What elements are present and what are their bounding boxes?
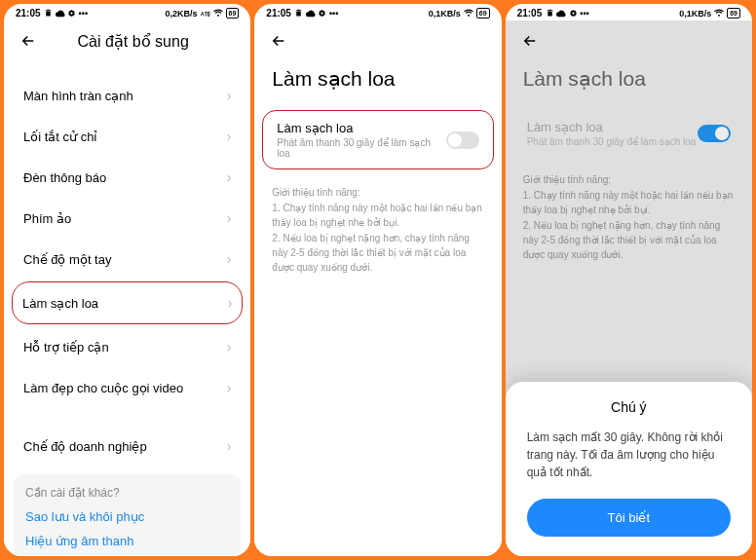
item-label: Chế độ doanh nghiệp [23, 439, 147, 454]
cloud-icon [306, 9, 316, 19]
net-speed: 0,1KB/s [679, 9, 711, 19]
chevron-right-icon: › [227, 380, 232, 395]
info-line-2: 2. Nếu loa bị nghẹt nặng hơn, chạy tính … [272, 231, 483, 275]
wifi-icon [464, 9, 473, 19]
settings-list: Màn hình tràn cạnh› Lối tắt cử chỉ› Đèn … [4, 75, 250, 467]
phone-screen-3: 21:05 ••• 0,1KB/s 69 Làm sạch loa Làm sạ… [506, 4, 752, 556]
toggle-title: Làm sạch loa [527, 120, 698, 134]
header: Cài đặt bổ sung [4, 20, 250, 57]
item-label: Làm đẹp cho cuộc gọi video [23, 381, 183, 395]
trash-icon [294, 9, 304, 19]
status-bar: 21:05 ••• 0,2KB/s 69 [4, 4, 250, 20]
info-head: Giới thiệu tính năng: [523, 172, 735, 187]
net-speed: 0,1KB/s [429, 9, 461, 19]
chevron-right-icon: › [227, 169, 232, 185]
toggle-switch[interactable] [446, 131, 479, 149]
modal-body: Làm sạch mất 30 giây. Không rời khỏi tra… [527, 429, 731, 481]
info-line-2: 2. Nếu loa bị nghẹt nặng hơn, chạy tính … [523, 218, 735, 262]
link-sound-fx[interactable]: Hiệu ứng âm thanh [25, 534, 229, 548]
link-backup[interactable]: Sao lưu và khôi phục [25, 509, 229, 524]
svg-point-1 [70, 12, 72, 14]
back-button[interactable] [519, 30, 541, 52]
item-gesture[interactable]: Lối tắt cử chỉ› [14, 116, 241, 157]
more-icon: ••• [580, 9, 588, 19]
item-label: Chế độ một tay [23, 252, 111, 267]
page-title: Làm sạch loa [506, 57, 752, 106]
status-time: 21:05 [517, 8, 543, 19]
svg-point-2 [321, 12, 323, 14]
chevron-right-icon: › [227, 438, 232, 454]
toggle-clean-speaker[interactable]: Làm sạch loa Phát âm thanh 30 giây để là… [262, 110, 493, 169]
more-icon: ••• [329, 9, 338, 19]
battery-icon: 69 [226, 8, 240, 19]
gear-icon [568, 9, 578, 19]
modal-title: Chú ý [527, 399, 731, 415]
item-label: Đèn thông báo [23, 170, 106, 185]
toggle-clean-speaker[interactable]: Làm sạch loa Phát âm thanh 30 giây để là… [513, 110, 744, 157]
item-onehand[interactable]: Chế độ một tay› [14, 239, 241, 280]
battery-icon: 69 [727, 8, 740, 19]
trash-icon [44, 9, 54, 19]
chevron-right-icon: › [227, 88, 232, 103]
item-buttons[interactable]: Phím ảo› [14, 198, 241, 239]
chevron-right-icon: › [227, 251, 232, 267]
item-label: Lối tắt cử chỉ [23, 130, 97, 144]
net-speed: 0,2KB/s [166, 9, 198, 19]
header [506, 20, 752, 57]
page-title: Làm sạch loa [254, 57, 501, 106]
gear-icon [67, 9, 77, 19]
chevron-right-icon: › [227, 339, 232, 355]
info-text: Giới thiệu tính năng: 1. Chạy tính năng … [254, 173, 501, 287]
item-fullscreen[interactable]: Màn hình tràn cạnh› [14, 75, 241, 116]
toggle-subtitle: Phát âm thanh 30 giây để làm sạch loa [277, 137, 445, 159]
footer-question: Cần cài đặt khác? [25, 486, 229, 500]
info-line-1: 1. Chạy tính năng này một hoặc hai lần n… [523, 188, 735, 217]
info-text: Giới thiệu tính năng: 1. Chạy tính năng … [506, 161, 752, 275]
item-video-beauty[interactable]: Làm đẹp cho cuộc gọi video› [14, 367, 241, 408]
footer-box: Cần cài đặt khác? Sao lưu và khôi phục H… [14, 474, 241, 556]
toggle-title: Làm sạch loa [277, 121, 445, 135]
toggle-switch[interactable] [698, 125, 731, 142]
item-clean-speaker[interactable]: Làm sạch loa› [12, 281, 243, 324]
toggle-subtitle: Phát âm thanh 30 giây để làm sạch loa [527, 136, 698, 147]
more-icon: ••• [79, 9, 88, 19]
wifi-icon [714, 9, 724, 19]
wifi-icon [213, 9, 223, 19]
chevron-right-icon: › [228, 295, 233, 311]
item-enterprise[interactable]: Chế độ doanh nghiệp› [14, 426, 241, 467]
item-led[interactable]: Đèn thông báo› [14, 157, 241, 198]
item-label: Hỗ trợ tiếp cận [23, 340, 109, 355]
status-time: 21:05 [16, 8, 41, 19]
header [254, 20, 501, 57]
back-button[interactable] [268, 30, 289, 52]
status-time: 21:05 [266, 8, 291, 19]
header-title: Cài đặt bổ sung [51, 32, 215, 51]
phone-screen-2: 21:05 ••• 0,1KB/s 69 Làm sạch loa Làm sạ… [254, 4, 501, 556]
item-accessibility[interactable]: Hỗ trợ tiếp cận› [14, 326, 241, 367]
svg-point-3 [572, 12, 574, 14]
item-label: Màn hình tràn cạnh [23, 89, 133, 103]
chevron-right-icon: › [227, 210, 232, 226]
back-button[interactable] [18, 30, 39, 52]
attention-modal: Chú ý Làm sạch mất 30 giây. Không rời kh… [506, 382, 752, 556]
lte-icon [201, 9, 210, 19]
info-line-1: 1. Chạy tính năng này một hoặc hai lần n… [272, 201, 483, 230]
trash-icon [545, 9, 554, 19]
cloud-icon [56, 9, 65, 19]
item-label: Làm sạch loa [22, 296, 98, 311]
item-label: Phím ảo [23, 211, 71, 226]
cloud-icon [556, 9, 566, 19]
chevron-right-icon: › [227, 129, 232, 144]
status-bar: 21:05 ••• 0,1KB/s 69 [254, 4, 501, 20]
status-bar: 21:05 ••• 0,1KB/s 69 [506, 4, 752, 20]
phone-screen-1: 21:05 ••• 0,2KB/s 69 Cài đặt bổ sung Màn… [4, 4, 250, 556]
info-head: Giới thiệu tính năng: [272, 185, 483, 200]
modal-ok-button[interactable]: Tôi biết [527, 499, 731, 537]
battery-icon: 69 [476, 8, 490, 19]
gear-icon [318, 9, 327, 19]
